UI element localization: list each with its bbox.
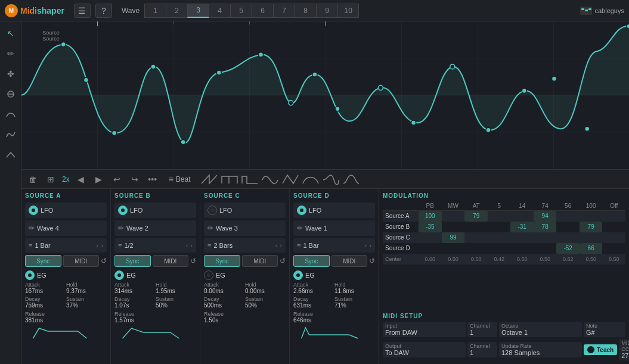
mod-d-56[interactable]: -52 [556,243,580,254]
shape-sawtooth[interactable] [200,174,218,185]
source-a-next-arrow[interactable]: › [101,242,103,249]
wave-tab-1[interactable]: 1 [144,4,166,18]
mod-d-5[interactable] [488,243,511,254]
source-d-next-arrow[interactable]: › [369,242,371,249]
mod-center-14[interactable]: 0.50 [510,254,534,265]
source-d-reset[interactable]: ↺ [369,257,375,265]
source-b-power[interactable] [118,206,128,215]
mod-c-100[interactable] [580,232,603,243]
mod-b-74[interactable]: 78 [534,222,557,232]
source-c-edit-icon[interactable]: ✏ [207,224,213,232]
midi-cc-field[interactable]: MIDI CC 27 [619,339,629,360]
source-b-reset[interactable]: ↺ [190,257,196,265]
source-b-midi-btn[interactable]: MIDI [153,255,189,267]
shape-ramp[interactable] [322,174,340,185]
source-d-edit-icon[interactable]: ✏ [297,224,303,232]
wave-tab-4[interactable]: 4 [209,4,230,18]
source-d-midi-btn[interactable]: MIDI [331,255,368,267]
source-d-prev-arrow[interactable]: ‹ [365,242,367,249]
source-a-prev-arrow[interactable]: ‹ [97,242,99,249]
source-b-eg-power[interactable] [114,270,124,280]
redo-button[interactable]: ↪ [128,173,141,186]
mod-d-14[interactable] [510,243,534,254]
mod-a-5[interactable] [488,211,511,222]
snap-button[interactable]: ⊞ [44,173,57,186]
play-button[interactable]: ▶ [92,173,106,186]
mod-b-mw[interactable] [442,222,465,232]
mod-b-56[interactable] [556,222,580,232]
smooth-tool[interactable] [4,127,18,142]
mod-a-74[interactable]: 94 [534,211,557,222]
source-a-eg-power[interactable] [25,270,35,280]
mod-c-at[interactable] [464,232,488,243]
mod-center-56[interactable]: 0.62 [556,254,580,265]
shape-triangle[interactable] [281,174,299,185]
source-b-prev-arrow[interactable]: ‹ [186,242,188,249]
mod-c-56[interactable] [556,232,580,243]
mod-a-56[interactable] [556,211,580,222]
more-button[interactable]: ••• [146,173,159,186]
mod-center-off[interactable]: 0.50 [602,254,625,265]
source-a-midi-btn[interactable]: MIDI [63,255,100,267]
beat-control[interactable]: ≡ Beat [169,175,191,184]
mod-a-100[interactable] [580,211,603,222]
mod-d-at[interactable] [464,243,488,254]
delete-button[interactable]: 🗑 [26,173,39,186]
mod-a-off[interactable] [602,211,625,222]
undo-button[interactable]: ↩ [110,173,123,186]
source-a-reset[interactable]: ↺ [101,257,107,265]
mod-a-14[interactable] [510,211,534,222]
source-d-sync-btn[interactable]: Sync [293,255,330,267]
wave-tab-2[interactable]: 2 [166,4,187,18]
midi-note-field[interactable]: Note G# [584,322,625,337]
mod-center-74[interactable]: 0.50 [534,254,557,265]
mod-a-at[interactable]: 79 [464,211,488,222]
mod-b-100[interactable]: 79 [580,222,603,232]
grid-tool[interactable]: ✤ [4,67,18,81]
mod-c-off[interactable] [602,232,625,243]
midi-input-field[interactable]: Input From DAW [383,322,466,337]
wave-tab-3[interactable]: 3 [187,4,209,18]
midi-update-rate-field[interactable]: Update Rate 128 Samples [499,342,582,357]
wave-tab-10[interactable]: 10 [337,4,359,18]
mod-a-pb[interactable]: 100 [419,211,442,222]
draw-tool[interactable]: ✏ [4,46,18,61]
shape-square[interactable] [221,174,238,185]
mod-d-mw[interactable] [442,243,465,254]
source-d-power[interactable] [297,206,306,215]
mod-center-at[interactable]: 0.50 [464,254,488,265]
source-c-reset[interactable]: ↺ [280,257,286,265]
mod-d-off[interactable] [602,243,625,254]
shape-sine[interactable] [261,174,279,185]
mod-center-100[interactable]: 0.50 [580,254,603,265]
wave-tab-8[interactable]: 8 [295,4,316,18]
wave-tab-5[interactable]: 5 [230,4,252,18]
wave-canvas[interactable]: Source Source [21,21,629,169]
mod-c-5[interactable] [488,232,511,243]
midi-output-channel-field[interactable]: Channel 1 [467,342,497,357]
mod-a-mw[interactable] [442,211,465,222]
teach-button[interactable]: Teach [584,344,617,355]
help-button[interactable]: ? [95,4,112,18]
mod-center-pb[interactable]: 0.00 [419,254,442,265]
curve-tool[interactable] [4,107,18,122]
sharp-tool[interactable] [4,148,18,162]
source-c-eg-power[interactable] [204,270,213,280]
midi-input-channel-field[interactable]: Channel 1 [467,322,497,337]
mod-b-14[interactable]: -31 [510,222,534,232]
mod-c-14[interactable] [510,232,534,243]
select-tool[interactable]: ↖ [4,26,18,41]
source-c-prev-arrow[interactable]: ‹ [275,242,278,249]
rewind-button[interactable]: ◀ [75,173,88,186]
wave-tab-9[interactable]: 9 [316,4,337,18]
shape-pulse[interactable] [241,174,259,185]
midi-output-field[interactable]: Output To DAW [383,342,466,357]
mod-b-off[interactable] [602,222,625,232]
mod-center-mw[interactable]: 0.50 [442,254,465,265]
mod-b-at[interactable] [464,222,488,232]
source-c-sync-btn[interactable]: Sync [204,255,240,267]
mod-c-mw[interactable]: 99 [442,232,465,243]
shape-halfsine[interactable] [302,174,320,185]
mod-b-pb[interactable]: -35 [419,222,442,232]
source-c-next-arrow[interactable]: › [280,242,282,249]
